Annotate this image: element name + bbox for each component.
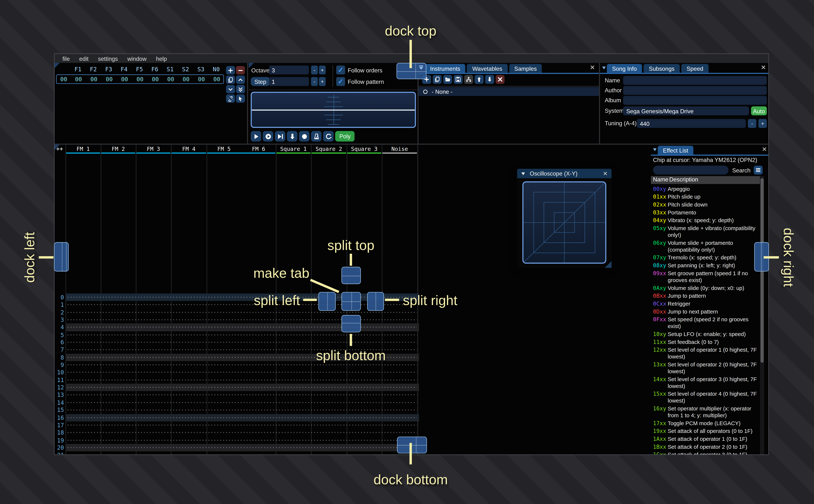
channel-header[interactable]: Noise xyxy=(382,146,417,154)
pattern-row[interactable]: 1 xyxy=(55,301,419,309)
orders-channel-label[interactable]: F1 xyxy=(70,66,85,73)
effect-row[interactable]: 04xy Vibrato (x: speed; y: depth) xyxy=(651,216,760,224)
dock-target-top[interactable] xyxy=(396,63,427,79)
pattern-row[interactable]: 2 xyxy=(55,309,419,316)
caret-down-icon[interactable] xyxy=(521,171,526,176)
orders-cell[interactable]: 00 xyxy=(194,76,209,83)
orders-channel-label[interactable]: S3 xyxy=(193,66,208,73)
channel-header[interactable]: FM 3 xyxy=(136,146,171,154)
orders-channel-label[interactable]: F4 xyxy=(116,66,132,73)
channel-header[interactable]: Square 2 xyxy=(311,146,346,154)
system-input[interactable] xyxy=(623,106,749,115)
effect-row[interactable]: 0Axy Volume slide (0y: down; x0: up) xyxy=(651,284,760,292)
effect-row[interactable]: 14xx Set level of operator 3 (0 highest,… xyxy=(651,375,760,390)
scrollbar[interactable] xyxy=(760,176,764,455)
orders-button[interactable] xyxy=(226,76,235,84)
playback-button[interactable] xyxy=(263,131,273,141)
pattern-row[interactable]: 18 xyxy=(55,429,419,436)
pattern-row[interactable]: 19 xyxy=(55,436,419,444)
field-input[interactable] xyxy=(623,96,767,105)
oscilloscope-titlebar[interactable]: Oscilloscope (X-Y) ✕ xyxy=(517,169,612,178)
pattern-row[interactable]: 11 xyxy=(55,376,419,384)
dock-target-left[interactable] xyxy=(54,242,69,272)
close-icon[interactable]: ✕ xyxy=(601,169,610,178)
orders-button[interactable] xyxy=(226,85,235,93)
orders-channel-label[interactable]: N0 xyxy=(209,66,224,73)
toolbar-button[interactable] xyxy=(475,75,484,84)
orders-channel-label[interactable]: S1 xyxy=(162,66,178,73)
channel-header[interactable]: FM 5 xyxy=(207,146,241,154)
tab-effect-list[interactable]: Effect List xyxy=(658,146,693,155)
orders-cell[interactable]: 00 xyxy=(102,76,117,83)
effect-row[interactable]: 02xx Pitch slide down xyxy=(651,201,760,209)
effect-row[interactable]: 15xx Set level of operator 4 (0 highest,… xyxy=(651,390,760,405)
pattern-row[interactable]: 5 xyxy=(55,331,419,339)
pattern-row[interactable]: 4 xyxy=(55,324,419,331)
effect-row[interactable]: 07xy Tremolo (x: speed; y: depth) xyxy=(651,254,760,262)
pattern-row[interactable]: 20 xyxy=(55,444,419,452)
playback-button[interactable] xyxy=(299,131,309,141)
pattern-row[interactable]: 17 xyxy=(55,421,419,429)
octave-input[interactable] xyxy=(269,66,309,74)
toolbar-button[interactable] xyxy=(433,75,442,84)
split-target-bottom[interactable] xyxy=(341,315,361,332)
effect-row[interactable]: 0Fxx Set speed (speed 2 if no grooves ex… xyxy=(651,316,760,330)
song-info-tab[interactable]: Subsongs xyxy=(644,64,680,73)
effect-row[interactable]: 13xx Set level of operator 2 (0 highest,… xyxy=(651,361,760,375)
orders-cell[interactable]: 00 xyxy=(132,76,148,83)
orders-button[interactable] xyxy=(236,76,245,84)
close-icon[interactable]: ✕ xyxy=(760,64,767,71)
orders-channel-label[interactable]: F3 xyxy=(101,66,116,73)
menu-item[interactable]: settings xyxy=(93,55,123,62)
dock-target-bottom[interactable] xyxy=(397,437,427,453)
step-plus-button[interactable]: + xyxy=(319,77,326,86)
split-target-right[interactable] xyxy=(367,292,384,311)
effect-row[interactable]: 11xx Set feedback (0 to 7) xyxy=(651,338,760,346)
poly-toggle-button[interactable]: Poly xyxy=(335,131,355,141)
channel-header[interactable]: Square 3 xyxy=(347,146,382,154)
field-input[interactable] xyxy=(623,86,767,95)
effect-row[interactable]: 1Bxx Set attack of operator 2 (0 to 1F) xyxy=(651,443,760,451)
menu-icon[interactable] xyxy=(754,166,763,174)
effect-row[interactable]: 01xx Pitch slide up xyxy=(651,193,760,201)
effect-row[interactable]: 0Cxx Retrigger xyxy=(651,300,760,308)
orders-button[interactable] xyxy=(236,66,245,75)
effect-row[interactable]: 10xy Setup LFO (x: enable; y: speed) xyxy=(651,330,760,338)
effect-row[interactable]: 0Bxx Jump to pattern xyxy=(651,292,760,300)
menu-item[interactable]: help xyxy=(151,55,172,62)
channel-header[interactable]: FM 2 xyxy=(101,146,136,154)
follow-pattern-checkbox[interactable]: ✓ xyxy=(336,77,345,86)
song-info-tab[interactable]: Song Info xyxy=(607,64,642,73)
effect-row[interactable]: 05xy Volume slide + vibrato (compatibili… xyxy=(651,224,760,239)
pattern-row[interactable]: 21 xyxy=(55,452,419,455)
effect-row[interactable]: 19xx Set attack of all operators (0 to 1… xyxy=(651,427,760,435)
orders-cell[interactable]: 00 xyxy=(71,76,86,83)
close-icon[interactable]: ✕ xyxy=(761,146,768,153)
tuning-input[interactable] xyxy=(637,119,746,128)
menu-item[interactable]: edit xyxy=(74,55,93,62)
pattern-row[interactable]: 10 xyxy=(55,369,419,376)
orders-cell[interactable]: 00 xyxy=(163,76,178,83)
pattern-row[interactable]: 13 xyxy=(55,391,419,399)
step-input[interactable] xyxy=(269,77,309,86)
effect-row[interactable]: 09xx Set groove pattern (speed 1 if no g… xyxy=(651,270,760,284)
orders-channel-label[interactable]: S2 xyxy=(178,66,193,73)
orders-selected-row[interactable]: 00 00000000000000000000 xyxy=(56,74,224,84)
pattern-row[interactable]: 15 xyxy=(55,406,419,414)
octave-minus-button[interactable]: - xyxy=(311,66,318,74)
channel-header[interactable]: FM 4 xyxy=(171,146,207,154)
effect-row[interactable]: 03xx Portamento xyxy=(651,209,760,216)
orders-button[interactable] xyxy=(226,94,235,103)
playback-button[interactable] xyxy=(287,131,297,141)
toolbar-button[interactable] xyxy=(485,75,494,84)
pattern-expand-button[interactable]: ++ xyxy=(56,146,63,153)
playback-button[interactable] xyxy=(275,131,285,141)
pattern-row[interactable]: 16 xyxy=(55,414,419,421)
effect-row[interactable]: 00xy Arpeggio xyxy=(651,185,760,193)
orders-cell[interactable]: 00 xyxy=(178,76,194,83)
pattern-row[interactable]: 12 xyxy=(55,384,419,391)
toolbar-button[interactable] xyxy=(464,75,473,84)
instruments-tab[interactable]: Instruments xyxy=(425,64,466,73)
instruments-tab[interactable]: Samples xyxy=(509,64,542,73)
make-tab-target[interactable] xyxy=(341,292,361,311)
